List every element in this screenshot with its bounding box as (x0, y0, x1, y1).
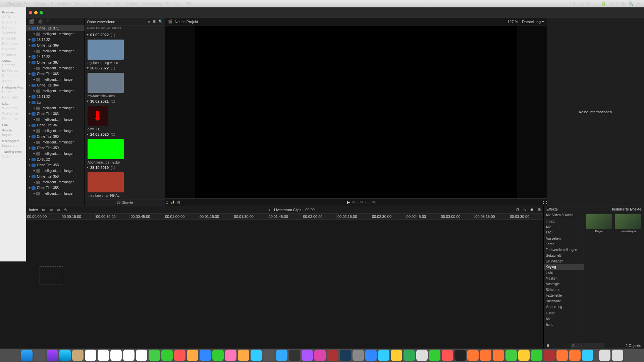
dock-app-icon[interactable] (34, 350, 45, 361)
dock-app-icon[interactable] (416, 350, 428, 361)
timeline-body[interactable] (26, 220, 543, 349)
effects-category[interactable]: Alle Video & Audio (544, 212, 584, 218)
clip-appearance-icon[interactable]: ▭ (42, 207, 45, 212)
library-tree-item[interactable]: Intelligent...mmlungen (26, 191, 85, 196)
titles-tab-icon[interactable]: T (47, 19, 49, 24)
effects-toggle-icon[interactable]: ⊞ (546, 343, 549, 348)
dock-finder-icon[interactable] (21, 350, 33, 361)
library-tree-item[interactable]: Intelligent...mmlungen (26, 65, 85, 71)
window-minimize-icon[interactable] (34, 11, 38, 14)
ruler-tick[interactable]: 00:02:45:00 (406, 214, 440, 219)
finder-sidebar-item[interactable]: Spam (1, 154, 25, 159)
library-tree-item[interactable]: Intelligent...mmlungen (26, 139, 85, 145)
back-icon[interactable]: ‹ (269, 208, 270, 212)
effects-category[interactable]: Alle (544, 316, 584, 322)
fullscreen-icon[interactable]: ⛶ (543, 200, 547, 204)
chevron-down-icon[interactable]: ▾ (542, 19, 544, 24)
ruler-tick[interactable]: 00:03:30:00 (509, 214, 543, 219)
menu-fenster[interactable]: Fenster (167, 2, 179, 6)
ruler-tick[interactable]: 00:01:30:00 (233, 214, 268, 219)
dock-photos-icon[interactable] (174, 350, 185, 361)
finder-sidebar-item[interactable]: Ist Werbu (1, 68, 25, 73)
viewer-canvas[interactable] (195, 25, 517, 198)
dock-app-icon[interactable] (544, 350, 555, 361)
browser-date-header[interactable]: 28.10.2019(1) (86, 164, 164, 171)
ruler-tick[interactable]: 00:03:00:00 (440, 214, 475, 219)
library-tree-item[interactable]: Ohne Titel 371 (26, 25, 85, 31)
effect-item[interactable]: Luma-Keyer (615, 214, 641, 233)
library-tree-item[interactable]: Ohne Titel 356 (26, 174, 85, 179)
dock-notes-icon[interactable] (123, 350, 135, 361)
ruler-tick[interactable]: 00:01:00:00 (164, 214, 199, 219)
viewer-darstellung-popup[interactable]: Darstellung (522, 20, 541, 24)
ruler-tick[interactable]: 00:01:45:00 (268, 214, 302, 219)
skimming-icon[interactable]: ∿ (523, 207, 526, 212)
menu-trimmen[interactable]: Trimmen (74, 2, 89, 6)
dock-app-icon[interactable] (599, 350, 610, 361)
library-tree-item[interactable]: Intelligent...mmlungen (26, 117, 85, 122)
effects-category[interactable]: Verzerrung (544, 304, 584, 310)
effects-category[interactable]: Farbe (544, 241, 584, 247)
library-tree-item[interactable]: Ohne Titel 364 (26, 82, 85, 88)
effects-category[interactable]: Licht (544, 270, 584, 276)
dock-app-icon[interactable] (505, 350, 517, 361)
library-tree-item[interactable]: Intelligent...mmlungen (26, 31, 85, 37)
library-tree-item[interactable]: Ohne Titel 355 (26, 185, 85, 191)
retime-icon[interactable]: ◷ (177, 200, 180, 204)
control-center-icon[interactable]: ☰ (637, 1, 641, 6)
menu-hilfe[interactable]: Hilfe (184, 2, 192, 6)
dock-app-icon[interactable] (556, 350, 568, 361)
dock-app-icon[interactable] (480, 350, 491, 361)
status-icon[interactable]: 🔋 (601, 1, 606, 6)
library-tree-item[interactable]: zvi (26, 100, 85, 105)
dock-pages-icon[interactable] (187, 350, 198, 361)
status-icon[interactable]: ᯤ (594, 1, 598, 6)
dock-bluetooth-icon[interactable] (582, 350, 593, 361)
library-tab-icon[interactable]: 🎬 (29, 19, 34, 24)
effects-category[interactable]: Echo (544, 322, 584, 327)
tool-popup[interactable]: ↖ (64, 207, 67, 212)
ruler-tick[interactable]: 00:02:00:00 (302, 214, 336, 219)
browser-date-header[interactable]: 24.08.2020(1) (86, 131, 164, 138)
finder-sidebar-item[interactable]: Important (1, 143, 25, 148)
dock-app-icon[interactable] (442, 350, 453, 361)
effects-category[interactable]: Nostalgie (544, 281, 584, 287)
dock-ibooks-icon[interactable] (238, 350, 249, 361)
window-close-icon[interactable] (29, 11, 32, 14)
ruler-tick[interactable]: 00:00:45:00 (129, 214, 164, 219)
dock-trash-icon[interactable] (612, 350, 623, 361)
status-icon[interactable]: ⊕ (587, 1, 590, 6)
finder-sidebar-item[interactable]: Important (1, 132, 25, 137)
clip-appearance-icon[interactable]: ▭ (57, 207, 60, 212)
window-zoom-icon[interactable] (40, 11, 43, 14)
effects-search-input[interactable] (571, 343, 604, 348)
dock-app-icon[interactable] (404, 350, 415, 361)
finder-sidebar-item[interactable]: Wiederhe (1, 116, 25, 121)
effects-category[interactable]: Farbvoreinstellungen (544, 247, 584, 253)
effects-category[interactable]: Masken (544, 276, 584, 281)
effects-category[interactable]: Grundlagen (544, 258, 584, 264)
dock-app-icon[interactable] (314, 350, 326, 361)
ruler-tick[interactable]: 00:01:15:00 (199, 214, 233, 219)
dock-keynote-icon[interactable] (212, 350, 224, 361)
dock-safari-icon[interactable] (59, 350, 71, 361)
dock-skype-icon[interactable] (378, 350, 389, 361)
library-tree-item[interactable]: Intelligent...mmlungen (26, 88, 85, 94)
finder-sidebar-item[interactable]: Wiederhe (1, 111, 25, 116)
finder-sidebar-item[interactable]: Archiv (1, 78, 25, 84)
effects-category[interactable]: 360° (544, 230, 584, 236)
search-icon[interactable]: 🔍 (158, 19, 163, 24)
dock-messages-icon[interactable] (251, 350, 262, 361)
clip-thumbnail[interactable] (88, 139, 124, 159)
library-tree-item[interactable]: Intelligent...mmlungen (26, 151, 85, 157)
status-icon[interactable]: ☁ (580, 1, 584, 6)
dock-app-icon[interactable] (365, 350, 377, 361)
finder-sidebar-item[interactable]: iCloud D (1, 19, 25, 25)
library-tree-item[interactable]: Intelligent...mmlungen (26, 77, 85, 82)
photos-tab-icon[interactable]: 🖼 (38, 19, 43, 24)
effects-category[interactable]: Unschärfe (544, 298, 584, 304)
dock-app-icon[interactable] (47, 350, 58, 361)
ruler-tick[interactable]: 00:00:00:00 (26, 214, 61, 219)
library-tree-item[interactable]: 23.10.22 (26, 157, 85, 162)
search-icon[interactable]: 🔍 (629, 1, 634, 6)
